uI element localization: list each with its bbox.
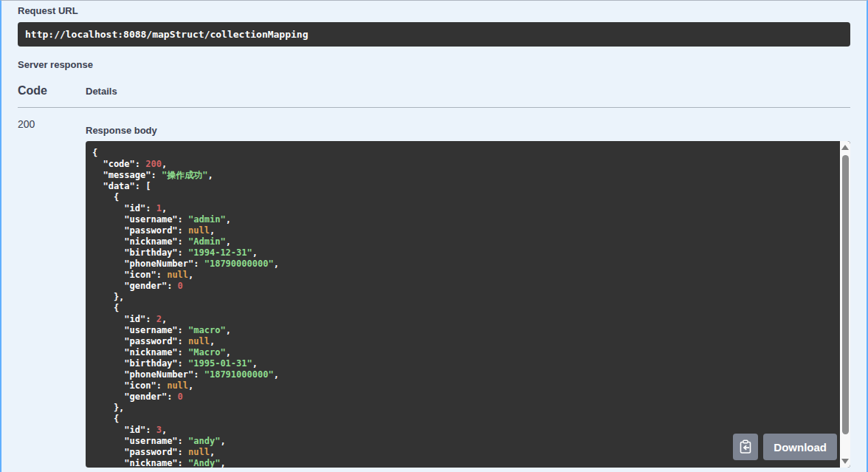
response-body-code[interactable]: { "code": 200, "message": "操作成功", "data"… [86,141,840,468]
responses-table: Code Details 200 Response body { "code":… [18,84,850,468]
scrollbar-up-arrow-icon[interactable] [841,145,849,150]
copy-to-clipboard-button[interactable] [733,434,758,460]
code-column-header: Code [18,84,86,98]
server-response-heading: Server response [18,59,850,70]
responses-table-header: Code Details [18,84,850,98]
scrollbar-thumb[interactable] [842,155,849,434]
response-status-code: 200 [18,118,86,130]
response-action-buttons: Download [733,434,837,460]
scrollbar[interactable] [840,141,850,468]
download-button[interactable]: Download [763,434,837,460]
response-row: 200 Response body { "code": 200, "messag… [18,108,850,468]
response-body-heading: Response body [86,118,850,136]
response-body-block: { "code": 200, "message": "操作成功", "data"… [86,141,850,468]
scrollbar-down-arrow-icon[interactable] [841,459,849,464]
request-url-value: http://localhost:8088/mapStruct/collecti… [18,22,850,47]
operation-response-panel: Request URL http://localhost:8088/mapStr… [0,0,868,472]
clipboard-copy-icon [739,439,752,454]
request-url-heading: Request URL [18,1,850,16]
details-column-header: Details [86,86,850,97]
